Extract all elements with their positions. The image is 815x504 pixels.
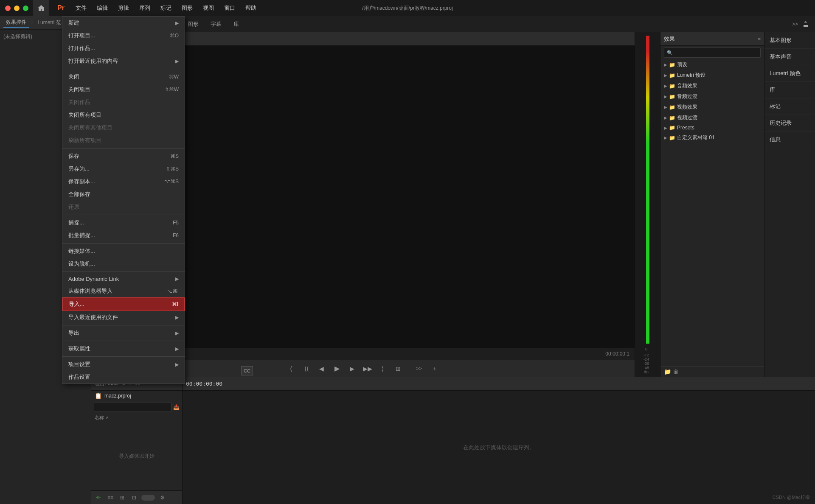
menu-save-all[interactable]: 全部保存 bbox=[62, 188, 185, 201]
separator-8 bbox=[62, 356, 185, 357]
menu-link-media[interactable]: 链接媒体... bbox=[62, 245, 185, 258]
menu-open-recent[interactable]: 打开最近使用的内容 ▶ bbox=[62, 55, 185, 67]
separator-6 bbox=[62, 325, 185, 325]
menu-project-settings[interactable]: 项目设置 ▶ bbox=[62, 358, 185, 371]
separator-2 bbox=[62, 148, 185, 148]
menu-close-project[interactable]: 关闭项目 ⇧⌘W bbox=[62, 83, 185, 96]
menu-close-other-projects: 关闭所有其他项目 bbox=[62, 121, 185, 134]
menu-export[interactable]: 导出 ▶ bbox=[62, 327, 185, 339]
separator-5 bbox=[62, 272, 185, 272]
separator-7 bbox=[62, 341, 185, 341]
menu-open-production[interactable]: 打开作品... bbox=[62, 42, 185, 55]
menu-close-production: 关闭作品 bbox=[62, 96, 185, 109]
menu-import[interactable]: 导入... ⌘I bbox=[62, 297, 185, 311]
menu-refresh-all-projects: 刷新所有项目 bbox=[62, 134, 185, 147]
menu-import-from-browser[interactable]: 从媒体浏览器导入 ⌥⌘I bbox=[62, 285, 185, 297]
menu-close[interactable]: 关闭 ⌘W bbox=[62, 70, 185, 83]
menu-new[interactable]: 新建 ▶ bbox=[62, 17, 185, 29]
menu-save-as[interactable]: 另存为... ⇧⌘S bbox=[62, 162, 185, 175]
menu-make-offline[interactable]: 设为脱机... bbox=[62, 258, 185, 270]
menu-open-project[interactable]: 打开项目... ⌘O bbox=[62, 29, 185, 42]
menu-revert: 还原 bbox=[62, 201, 185, 213]
menu-save[interactable]: 保存 ⌘S bbox=[62, 150, 185, 162]
menu-capture[interactable]: 捕捉... F5 bbox=[62, 216, 185, 229]
separator-4 bbox=[62, 243, 185, 244]
menu-overlay: 新建 ▶ 打开项目... ⌘O 打开作品... 打开最近使用的内容 ▶ 关闭 ⌘… bbox=[0, 0, 815, 504]
menu-save-copy[interactable]: 保存副本... ⌥⌘S bbox=[62, 175, 185, 188]
separator-3 bbox=[62, 215, 185, 215]
menu-close-all-projects[interactable]: 关闭所有项目 bbox=[62, 109, 185, 121]
menu-import-recent[interactable]: 导入最近使用的文件 ▶ bbox=[62, 311, 185, 324]
menu-batch-capture[interactable]: 批量捕捉... F6 bbox=[62, 229, 185, 242]
menu-production-settings[interactable]: 作品设置 bbox=[62, 371, 185, 384]
menu-get-properties[interactable]: 获取属性 ▶ bbox=[62, 342, 185, 355]
menu-adobe-dynamic-link[interactable]: Adobe Dynamic Link ▶ bbox=[62, 273, 185, 285]
separator-1 bbox=[62, 69, 185, 69]
file-dropdown-menu: 新建 ▶ 打开项目... ⌘O 打开作品... 打开最近使用的内容 ▶ 关闭 ⌘… bbox=[62, 16, 185, 384]
